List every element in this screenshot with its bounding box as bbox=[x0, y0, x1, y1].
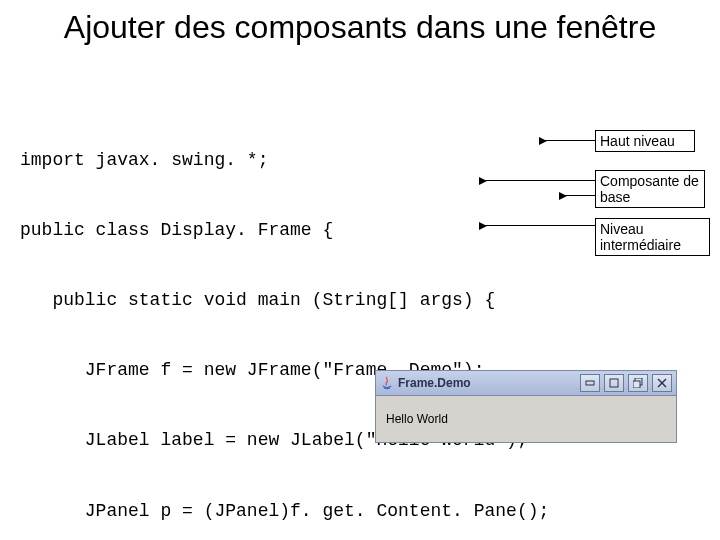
arrow-icon bbox=[480, 180, 595, 181]
callout-composante-de-base: Composante de base bbox=[595, 170, 705, 208]
restore-icon[interactable] bbox=[628, 374, 648, 392]
svg-rect-1 bbox=[610, 379, 618, 387]
callout-niveau-intermediaire: Niveau intermédiaire bbox=[595, 218, 710, 256]
hello-world-label: Hello World bbox=[386, 412, 448, 426]
arrow-icon bbox=[480, 225, 595, 226]
maximize-icon[interactable] bbox=[604, 374, 624, 392]
close-icon[interactable] bbox=[652, 374, 672, 392]
code-line: public static void main (String[] args) … bbox=[20, 289, 700, 312]
code-block: import javax. swing. *; public class Dis… bbox=[20, 102, 700, 540]
java-icon bbox=[380, 376, 394, 390]
svg-rect-0 bbox=[586, 381, 594, 385]
arrow-icon bbox=[560, 195, 595, 196]
code-line: JPanel p = (JPanel)f. get. Content. Pane… bbox=[20, 500, 700, 523]
code-line: import javax. swing. *; bbox=[20, 149, 700, 172]
slide: Ajouter des composants dans une fenêtre … bbox=[0, 0, 720, 540]
title-bar: Frame.Demo bbox=[376, 371, 676, 396]
frame-demo-window: Frame.Demo Hello World bbox=[375, 370, 677, 443]
callout-haut-niveau: Haut niveau bbox=[595, 130, 695, 152]
page-title: Ajouter des composants dans une fenêtre bbox=[0, 10, 720, 45]
window-body: Hello World bbox=[376, 396, 676, 442]
svg-rect-3 bbox=[633, 381, 640, 388]
minimize-icon[interactable] bbox=[580, 374, 600, 392]
window-title: Frame.Demo bbox=[398, 376, 576, 390]
arrow-icon bbox=[540, 140, 595, 141]
